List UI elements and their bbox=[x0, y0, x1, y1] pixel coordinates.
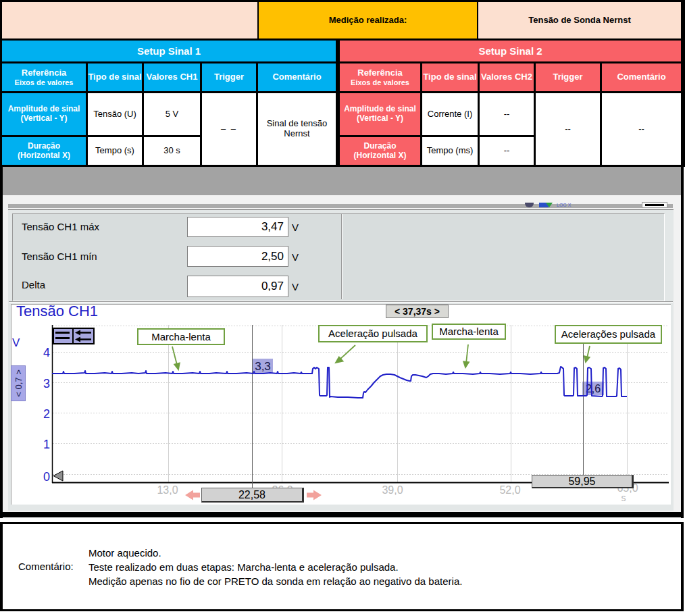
svg-text:3,3: 3,3 bbox=[255, 360, 271, 373]
